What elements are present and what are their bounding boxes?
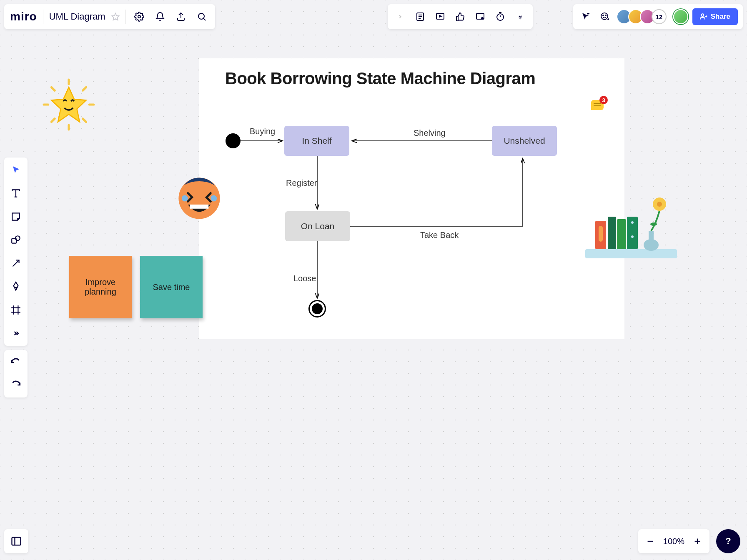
frame-tool[interactable]	[8, 302, 24, 318]
svg-rect-0	[12, 538, 21, 545]
separator	[43, 10, 43, 24]
thumbs-up-icon[interactable]	[453, 9, 468, 24]
svg-rect-51	[190, 205, 209, 209]
svg-point-21	[603, 15, 604, 16]
svg-point-31	[15, 236, 20, 240]
zoom-bar: 100%	[638, 529, 709, 553]
avatar-overflow-count[interactable]: 12	[652, 9, 667, 24]
svg-line-48	[51, 119, 55, 122]
svg-rect-58	[617, 219, 626, 249]
svg-point-22	[605, 15, 606, 16]
separator	[125, 10, 126, 24]
zoom-in-button[interactable]	[690, 534, 704, 548]
edge-label-buying[interactable]: Buying	[250, 127, 275, 136]
svg-point-3	[138, 15, 140, 18]
select-tool[interactable]	[8, 162, 24, 178]
diagram-frame[interactable]: Book Borrowing State Machine Diagram In …	[199, 58, 624, 339]
svg-rect-56	[599, 226, 603, 242]
board-title[interactable]: UML Diagram	[49, 11, 105, 22]
more-tools-button[interactable]	[8, 325, 24, 342]
comment-count-badge: 3	[599, 96, 608, 104]
toggle-panels-button[interactable]	[4, 529, 28, 553]
svg-line-46	[51, 87, 55, 90]
svg-point-65	[657, 202, 662, 207]
side-toolbar	[4, 158, 28, 346]
expand-icon[interactable]	[393, 9, 408, 24]
svg-point-25	[701, 14, 704, 16]
shape-tool[interactable]	[8, 232, 24, 248]
arrow-tool[interactable]	[8, 255, 24, 272]
svg-line-32	[13, 260, 19, 266]
svg-point-20	[601, 13, 608, 20]
notifications-button[interactable]	[153, 9, 168, 24]
edge-label-register[interactable]: Register	[286, 178, 317, 188]
note-icon[interactable]	[413, 9, 428, 24]
undo-button[interactable]	[8, 354, 24, 371]
sticky-tool[interactable]	[8, 208, 24, 225]
topbar-right: 12 Share	[573, 4, 743, 29]
current-user-avatar[interactable]	[673, 9, 688, 24]
miro-logo[interactable]: miro	[10, 10, 37, 23]
text-tool[interactable]	[8, 185, 24, 202]
redo-button[interactable]	[8, 377, 24, 393]
svg-line-49	[83, 87, 86, 90]
search-button[interactable]	[194, 9, 209, 24]
edge-label-take-back[interactable]: Take Back	[420, 230, 459, 240]
edges	[199, 58, 624, 339]
help-button[interactable]: ?	[716, 529, 740, 553]
more-tools-icon[interactable]	[513, 9, 528, 24]
svg-line-47	[83, 119, 86, 122]
zoom-value[interactable]: 100%	[663, 537, 684, 546]
sticky-note-teal[interactable]: Save time	[140, 256, 203, 318]
bookshelf-sticker[interactable]	[585, 188, 677, 258]
svg-line-6	[203, 18, 206, 20]
share-button[interactable]: Share	[692, 8, 738, 25]
edge-label-shelving[interactable]: Shelving	[414, 128, 446, 138]
collaborator-avatars[interactable]: 12	[617, 9, 667, 24]
topbar-left: miro UML Diagram	[4, 4, 215, 29]
svg-point-52	[182, 195, 188, 202]
svg-point-66	[650, 222, 657, 226]
svg-rect-57	[608, 217, 616, 249]
svg-marker-12	[439, 15, 441, 17]
svg-point-14	[481, 18, 483, 19]
undo-redo-bar	[4, 350, 28, 398]
svg-point-60	[631, 221, 634, 224]
svg-point-53	[211, 195, 217, 202]
zoom-out-button[interactable]	[643, 534, 657, 548]
svg-point-5	[198, 13, 204, 19]
share-label: Share	[711, 12, 730, 21]
comment-thread-icon[interactable]: 3	[591, 100, 604, 110]
present-icon[interactable]	[433, 9, 448, 24]
laughing-face-sticker[interactable]	[173, 172, 225, 224]
comment-mode-icon[interactable]	[473, 9, 488, 24]
timer-icon[interactable]	[493, 9, 508, 24]
export-button[interactable]	[173, 9, 188, 24]
star-icon[interactable]	[111, 12, 120, 21]
pen-tool[interactable]	[8, 278, 24, 295]
sticky-note-orange[interactable]: Improve planning	[69, 256, 132, 318]
star-sticker[interactable]	[42, 78, 96, 132]
edge-label-loose[interactable]: Loose	[293, 274, 316, 283]
cursor-follow-icon[interactable]	[578, 9, 593, 24]
svg-point-61	[631, 235, 634, 238]
svg-rect-54	[585, 249, 677, 258]
svg-marker-2	[112, 13, 119, 20]
svg-rect-63	[649, 231, 654, 242]
topbar-collab-tools	[388, 4, 533, 29]
settings-button[interactable]	[132, 9, 147, 24]
reactions-icon[interactable]	[597, 9, 612, 24]
